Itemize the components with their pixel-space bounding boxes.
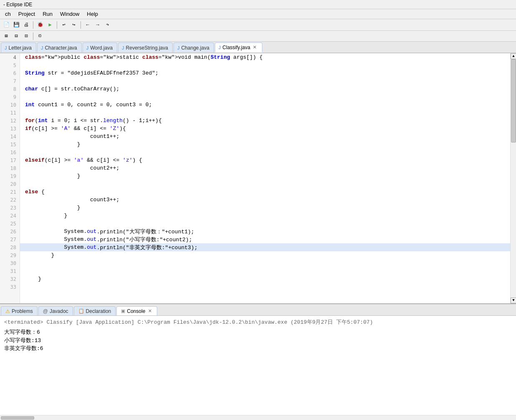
line-number-20: 20 bbox=[0, 180, 20, 188]
code-line-25 bbox=[20, 220, 510, 228]
code-content[interactable]: class="kw">public class="kw">static clas… bbox=[20, 53, 510, 303]
code-line-11 bbox=[20, 109, 510, 117]
code-line-18: count2++; bbox=[20, 164, 510, 172]
line-number-18: 18 bbox=[0, 164, 20, 172]
code-line-16 bbox=[20, 148, 510, 156]
menu-window[interactable]: Window bbox=[57, 10, 83, 18]
tab-classify-close[interactable]: ✕ bbox=[252, 45, 258, 50]
line-number-26: 26 bbox=[0, 228, 20, 235]
back-btn[interactable]: ← bbox=[83, 20, 92, 30]
tab-classify-icon: J bbox=[219, 45, 221, 50]
menu-help[interactable]: Help bbox=[83, 10, 101, 18]
scrollbar-thumb[interactable] bbox=[511, 59, 516, 142]
bottom-hscrollbar[interactable] bbox=[0, 415, 516, 420]
menu-bar: ch Project Run Window Help bbox=[0, 9, 516, 19]
tab-word[interactable]: J Word.java bbox=[83, 42, 117, 52]
tab-character-label: Character.java bbox=[45, 45, 77, 51]
undo-btn[interactable]: ↩ bbox=[59, 20, 68, 30]
console-output-line: 小写字母数:13 bbox=[4, 337, 512, 345]
line-number-28: 28 bbox=[0, 243, 20, 251]
code-line-24: } bbox=[20, 212, 510, 220]
line-number-23: 23 bbox=[0, 204, 20, 212]
run-btn[interactable]: ▶ bbox=[45, 20, 55, 30]
bottom-tab-declaration[interactable]: 📋 Declaration bbox=[74, 306, 116, 315]
problems-icon: ⚠ bbox=[5, 308, 10, 314]
code-line-7 bbox=[20, 77, 510, 85]
print-btn[interactable]: 🖨 bbox=[22, 20, 31, 30]
code-line-20 bbox=[20, 180, 510, 188]
tab-letter[interactable]: J Letter.java bbox=[1, 42, 36, 52]
console-output-line: 大写字母数：6 bbox=[4, 328, 512, 337]
editor-area: 4567891011121314151617181920212223242526… bbox=[0, 53, 516, 303]
line-number-32: 32 bbox=[0, 275, 20, 283]
fwd-btn[interactable]: → bbox=[93, 20, 102, 30]
editor-vscrollbar[interactable]: ▲ ▼ bbox=[510, 53, 516, 303]
t2-btn1[interactable]: ⊞ bbox=[2, 32, 11, 41]
menu-project[interactable]: Project bbox=[15, 10, 38, 18]
t2-btn3[interactable]: ⊡ bbox=[22, 32, 31, 41]
menu-run[interactable]: Run bbox=[39, 10, 56, 18]
sep2 bbox=[57, 21, 57, 29]
code-line-21: else { bbox=[20, 188, 510, 196]
line-number-24: 24 bbox=[0, 212, 20, 220]
line-number-12: 12 bbox=[0, 117, 20, 125]
javadoc-label: Javadoc bbox=[50, 308, 68, 314]
t2-btn4[interactable]: ⛭ bbox=[35, 32, 45, 41]
tab-letter-label: Letter.java bbox=[9, 45, 32, 51]
tab-word-label: Word.java bbox=[90, 45, 113, 51]
line-number-25: 25 bbox=[0, 220, 20, 228]
scrollbar-down[interactable]: ▼ bbox=[511, 298, 516, 303]
bottom-panel: ⚠ Problems @ Javadoc 📋 Declaration ▣ Con… bbox=[0, 303, 516, 420]
new-btn[interactable]: 📄 bbox=[2, 20, 11, 30]
line-number-30: 30 bbox=[0, 259, 20, 267]
line-number-4: 4 bbox=[0, 53, 20, 61]
bottom-tab-javadoc[interactable]: @ Javadoc bbox=[38, 306, 73, 315]
toolbar-1: 📄 💾 🖨 🐞 ▶ ↩ ↪ ← → ↷ bbox=[0, 19, 516, 31]
line-number-10: 10 bbox=[0, 101, 20, 109]
tab-reversestring-icon: J bbox=[122, 45, 124, 50]
javadoc-icon: @ bbox=[43, 308, 48, 314]
title-text: - Eclipse IDE bbox=[3, 2, 32, 8]
debug-btn[interactable]: 🐞 bbox=[35, 20, 45, 30]
console-close[interactable]: ✕ bbox=[147, 308, 153, 314]
line-number-8: 8 bbox=[0, 85, 20, 93]
line-number-27: 27 bbox=[0, 235, 20, 243]
tab-classify-label: Classify.java bbox=[222, 45, 250, 50]
code-line-8: char c[] = str.toCharArray(); bbox=[20, 85, 510, 93]
line-number-21: 21 bbox=[0, 188, 20, 196]
code-line-9 bbox=[20, 93, 510, 101]
line-number-9: 9 bbox=[0, 93, 20, 101]
code-line-14: count1++; bbox=[20, 132, 510, 140]
code-line-17: else if(c[i] >= 'a' && c[i] <= 'z') { bbox=[20, 156, 510, 164]
scrollbar-up[interactable]: ▲ bbox=[511, 53, 516, 59]
bottom-tab-console[interactable]: ▣ Console ✕ bbox=[116, 306, 157, 315]
line-number-22: 22 bbox=[0, 196, 20, 204]
line-number-11: 11 bbox=[0, 109, 20, 117]
code-line-28: System.out.println("非英文字母数:"+count3); bbox=[20, 243, 510, 251]
tab-character[interactable]: J Character.java bbox=[37, 42, 82, 52]
toolbar-2: ⊞ ⊟ ⊡ ⛭ bbox=[0, 31, 516, 42]
tab-change[interactable]: J Change.java bbox=[174, 42, 214, 52]
next-btn[interactable]: ↷ bbox=[103, 20, 112, 30]
redo-btn[interactable]: ↪ bbox=[69, 20, 78, 30]
line-number-31: 31 bbox=[0, 267, 20, 275]
line-number-15: 15 bbox=[0, 140, 20, 148]
save-btn[interactable]: 💾 bbox=[12, 20, 21, 30]
hscrollbar-thumb[interactable] bbox=[1, 416, 34, 420]
code-line-19: } bbox=[20, 172, 510, 180]
line-number-16: 16 bbox=[0, 148, 20, 156]
console-icon: ▣ bbox=[121, 308, 125, 314]
tab-classify[interactable]: J Classify.java ✕ bbox=[215, 42, 262, 52]
bottom-tab-problems[interactable]: ⚠ Problems bbox=[1, 306, 38, 315]
code-line-32: } bbox=[20, 275, 510, 283]
code-line-33 bbox=[20, 283, 510, 291]
declaration-icon: 📋 bbox=[78, 308, 84, 314]
code-line-27: System.out.println("小写字母数:"+count2); bbox=[20, 235, 510, 243]
code-line-31 bbox=[20, 267, 510, 275]
console-label: Console bbox=[127, 308, 145, 314]
sep1 bbox=[33, 21, 33, 29]
menu-ch[interactable]: ch bbox=[2, 10, 14, 18]
tab-reversestring[interactable]: J ReverseString.java bbox=[118, 42, 173, 52]
t2-btn2[interactable]: ⊟ bbox=[12, 32, 21, 41]
declaration-label: Declaration bbox=[86, 308, 111, 314]
